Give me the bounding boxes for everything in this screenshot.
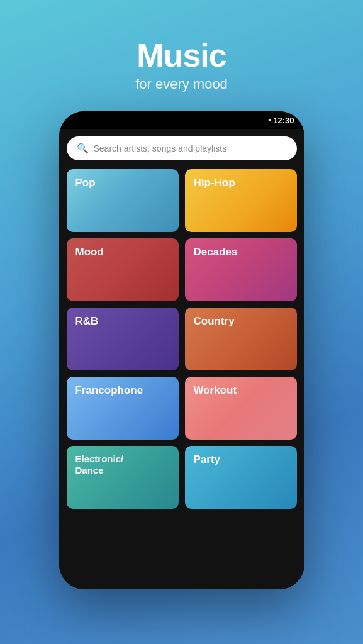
tile-label-party: Party (194, 453, 221, 466)
tile-label-francophone: Francophone (75, 384, 143, 397)
phone-content: 🔍 Search artists, songs and playlists Po… (59, 129, 304, 589)
tile-label-electronic: Electronic/ Dance (75, 453, 124, 476)
tile-label-mood: Mood (75, 246, 104, 258)
tile-label-decades: Decades (194, 246, 238, 258)
battery-icon: ▪ (268, 116, 271, 125)
genre-grid: PopHip-HopMoodDecadesR&BCountryFrancopho… (67, 169, 297, 509)
page-subtitle: for every mood (135, 76, 228, 92)
phone-mockup: ▪ 12:30 🔍 Search artists, songs and play… (59, 111, 304, 589)
tile-label-workout: Workout (194, 384, 237, 397)
tile-party[interactable]: Party (185, 446, 297, 509)
tile-label-country: Country (194, 315, 235, 328)
tile-mood[interactable]: Mood (67, 238, 179, 301)
tile-francophone[interactable]: Francophone (67, 377, 179, 440)
search-icon: 🔍 (77, 143, 89, 154)
status-bar: ▪ 12:30 (59, 111, 304, 129)
tile-decades[interactable]: Decades (185, 238, 297, 301)
tile-electronic[interactable]: Electronic/ Dance (67, 446, 179, 509)
header-section: Music for every mood (135, 0, 228, 111)
tile-label-hiphop: Hip-Hop (194, 177, 235, 189)
page-title: Music (135, 38, 228, 74)
tile-country[interactable]: Country (185, 308, 297, 370)
search-placeholder: Search artists, songs and playlists (94, 143, 227, 153)
status-time: 12:30 (273, 116, 294, 125)
tile-rnb[interactable]: R&B (67, 308, 179, 370)
tile-label-pop: Pop (75, 177, 96, 189)
tile-label-rnb: R&B (75, 315, 99, 328)
tile-workout[interactable]: Workout (185, 377, 297, 440)
tile-pop[interactable]: Pop (67, 169, 179, 232)
search-bar[interactable]: 🔍 Search artists, songs and playlists (67, 136, 297, 160)
tile-hiphop[interactable]: Hip-Hop (185, 169, 297, 232)
